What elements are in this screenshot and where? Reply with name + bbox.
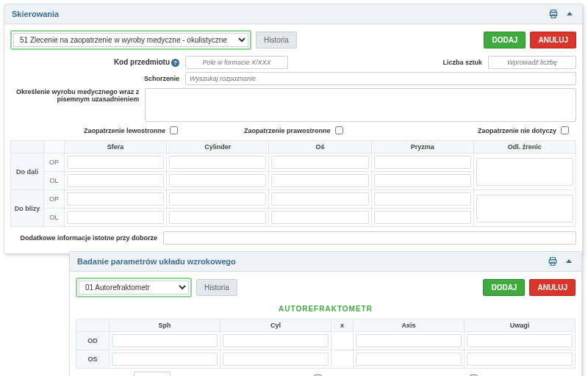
- vision-params-panel: Badanie parametrów układu wzrokowego 01 …: [69, 251, 582, 376]
- col-x: x: [331, 319, 354, 332]
- cell-input[interactable]: [374, 211, 471, 224]
- cell-input[interactable]: [169, 156, 266, 169]
- add-button[interactable]: DODAJ: [483, 279, 525, 296]
- liczba-input[interactable]: [488, 56, 576, 69]
- cell-input[interactable]: [169, 192, 266, 206]
- col-pryzma: Pryzma: [371, 141, 473, 153]
- col-uwagi: Uwagi: [465, 319, 576, 332]
- cell-input[interactable]: [356, 352, 462, 366]
- kod-input[interactable]: [185, 56, 288, 69]
- col-sfera: Sfera: [65, 141, 167, 153]
- panel-title: Skierowania: [12, 10, 59, 18]
- panel2-header: Badanie parametrów układu wzrokowego: [70, 252, 581, 272]
- chk-lewo-label: Zaopatrzenie lewostronne: [84, 127, 165, 134]
- referral-type-select[interactable]: 51 Zlecenie na zaopatrzenie w wyroby med…: [13, 33, 248, 47]
- collapse-icon[interactable]: [564, 9, 575, 19]
- history-button[interactable]: Historia: [256, 32, 297, 48]
- chk-nie[interactable]: [561, 126, 569, 134]
- pd-input[interactable]: [134, 372, 171, 376]
- cell-input[interactable]: [67, 156, 164, 169]
- cell-input[interactable]: [356, 334, 462, 347]
- cell-input[interactable]: [374, 192, 471, 206]
- cell-input[interactable]: [223, 352, 329, 366]
- cell-input[interactable]: [169, 174, 266, 187]
- cell-input[interactable]: [476, 158, 573, 186]
- device-select[interactable]: 01 Autorefraktometr: [79, 281, 189, 294]
- schorzenie-input[interactable]: [185, 72, 576, 85]
- cell-input[interactable]: [467, 352, 573, 366]
- cancel-button[interactable]: ANULUJ: [529, 279, 576, 296]
- cell-input[interactable]: [271, 156, 368, 169]
- history-button[interactable]: Historia: [196, 279, 237, 296]
- cell-input[interactable]: [271, 192, 368, 206]
- schorzenie-label: Schorzenie: [10, 75, 179, 82]
- panel2-title: Badanie parametrów układu wzrokowego: [77, 257, 236, 266]
- cell-input[interactable]: [374, 156, 471, 169]
- autorefr-grid: Sph Cyl x Axis Uwagi OD OS: [76, 319, 576, 369]
- cell-input[interactable]: [271, 211, 368, 224]
- col-cylinder: Cylinder: [167, 141, 269, 153]
- cell-input[interactable]: [67, 211, 164, 224]
- cell-input[interactable]: [467, 334, 573, 347]
- dodatkowe-input[interactable]: [163, 231, 576, 245]
- cell-input[interactable]: [67, 174, 164, 187]
- chk-prawo-label: Zaopatrzenie prawostronne: [244, 127, 331, 134]
- cell-input[interactable]: [67, 192, 164, 206]
- panel-header: Skierowania: [4, 4, 582, 24]
- okreslenie-textarea[interactable]: [145, 88, 576, 122]
- print-icon[interactable]: [548, 9, 559, 19]
- cell-input[interactable]: [112, 352, 218, 366]
- kod-label: Kod przedmiotu?: [10, 58, 179, 67]
- print-icon[interactable]: [548, 256, 558, 267]
- lens-grid: Sfera Cylinder Oś Pryzma Odl. źrenic Do …: [10, 140, 576, 227]
- add-button[interactable]: DODAJ: [484, 32, 526, 48]
- liczba-label: Liczba sztuk: [394, 59, 482, 66]
- collapse-icon[interactable]: [564, 256, 574, 267]
- referrals-panel: Skierowania 51 Zlecenie na zaopatrzenie …: [4, 4, 583, 254]
- col-cyl: Cyl: [220, 319, 331, 332]
- okreslenie-label: Określenie wyrobu medycznego wraz z pise…: [10, 88, 139, 103]
- chk-prawo[interactable]: [335, 126, 343, 134]
- col-os: Oś: [269, 141, 371, 153]
- cell-input[interactable]: [223, 334, 329, 347]
- cell-input[interactable]: [112, 334, 218, 347]
- chk-lewo[interactable]: [170, 126, 178, 134]
- col-sph: Sph: [110, 319, 220, 332]
- cell-input[interactable]: [169, 211, 266, 224]
- help-icon[interactable]: ?: [171, 59, 179, 67]
- col-axis: Axis: [354, 319, 465, 332]
- chk-nie-label: Zaopatrzenie nie dotyczy: [478, 127, 556, 134]
- col-odl: Odl. źrenic: [473, 141, 576, 153]
- cell-input[interactable]: [271, 174, 368, 187]
- cell-input[interactable]: [374, 174, 471, 187]
- cancel-button[interactable]: ANULUJ: [530, 32, 576, 48]
- device-title: AUTOREFRAKTOMETR: [76, 303, 576, 316]
- device-select-wrap: 01 Autorefraktometr: [76, 278, 192, 297]
- dodatkowe-label: Dodatkowe informacje istotne przy doborz…: [10, 234, 157, 242]
- cell-input[interactable]: [476, 195, 573, 223]
- type-select-wrap: 51 Zlecenie na zaopatrzenie w wyroby med…: [10, 30, 251, 50]
